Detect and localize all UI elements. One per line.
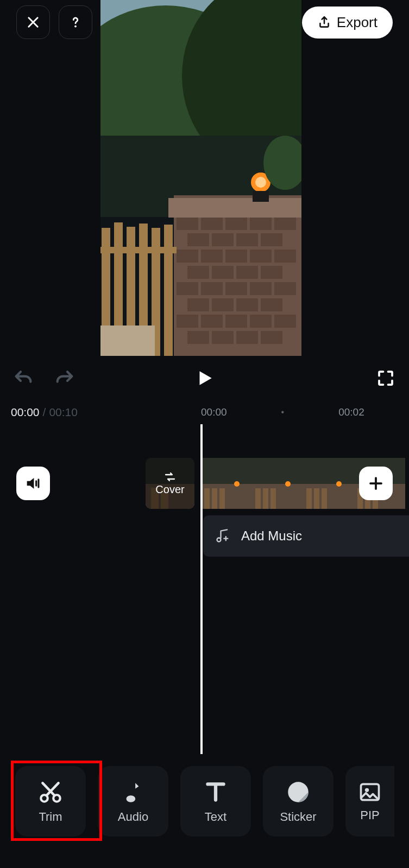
mute-button[interactable] [16, 467, 50, 500]
svg-rect-25 [201, 282, 223, 295]
svg-point-86 [127, 795, 136, 802]
top-bar: Export [0, 5, 409, 39]
svg-rect-33 [177, 315, 198, 328]
svg-rect-19 [274, 250, 296, 263]
help-button[interactable] [59, 5, 92, 39]
clip-frame [201, 458, 252, 509]
tick-label: 00:00 [201, 406, 227, 418]
svg-rect-41 [261, 331, 282, 344]
svg-rect-15 [177, 250, 198, 263]
svg-rect-64 [219, 488, 225, 509]
svg-rect-75 [314, 488, 319, 509]
svg-rect-50 [100, 326, 155, 356]
svg-rect-31 [236, 298, 258, 311]
tool-pip[interactable]: PIP [345, 766, 394, 837]
svg-rect-42 [168, 198, 301, 218]
redo-button[interactable] [52, 366, 77, 391]
svg-point-71 [285, 481, 291, 487]
tool-text[interactable]: Text [180, 766, 251, 837]
tool-sticker[interactable]: Sticker [263, 766, 334, 837]
time-total: 00:10 [49, 406, 78, 419]
image-icon [358, 780, 382, 804]
bottom-toolbar: Trim Audio Text Sticker PIP [15, 766, 409, 837]
svg-rect-38 [187, 331, 209, 344]
add-clip-button[interactable] [359, 467, 393, 500]
add-music-button[interactable]: Add Music [203, 515, 409, 557]
play-button[interactable] [194, 368, 215, 388]
playhead[interactable] [200, 424, 203, 754]
svg-point-65 [234, 481, 240, 487]
svg-rect-27 [250, 282, 272, 295]
svg-rect-34 [201, 315, 223, 328]
clip-frame [252, 458, 303, 509]
svg-rect-28 [274, 282, 296, 295]
plus-icon [368, 475, 384, 492]
tick-dot: • [281, 407, 285, 417]
svg-rect-8 [225, 217, 247, 230]
sticker-icon [285, 778, 312, 806]
music-add-icon [215, 528, 230, 544]
swap-icon [163, 471, 177, 482]
tool-audio[interactable]: Audio [98, 766, 168, 837]
fullscreen-icon [376, 368, 395, 388]
svg-rect-39 [212, 331, 234, 344]
export-label: Export [337, 14, 377, 31]
svg-rect-53 [253, 191, 269, 202]
svg-rect-69 [263, 488, 268, 509]
svg-rect-76 [322, 488, 327, 509]
svg-rect-18 [250, 250, 272, 263]
undo-icon [12, 368, 34, 388]
video-preview[interactable] [100, 0, 301, 356]
svg-rect-49 [100, 247, 177, 253]
svg-point-77 [336, 481, 342, 487]
svg-rect-11 [187, 233, 209, 246]
svg-rect-23 [261, 266, 282, 279]
time-separator: / [43, 406, 46, 419]
svg-rect-74 [306, 488, 312, 509]
export-icon [317, 15, 331, 29]
tool-label: Text [205, 810, 226, 824]
svg-rect-36 [250, 315, 272, 328]
svg-rect-13 [236, 233, 258, 246]
svg-point-52 [255, 177, 266, 188]
svg-rect-24 [177, 282, 198, 295]
timeline: Cover Add Music [0, 457, 409, 761]
scissors-icon [37, 778, 64, 806]
svg-rect-20 [187, 266, 209, 279]
svg-point-55 [74, 25, 77, 28]
svg-rect-62 [204, 488, 210, 509]
tick-label: 00:02 [338, 406, 364, 418]
svg-rect-22 [236, 266, 258, 279]
tool-trim[interactable]: Trim [15, 766, 86, 837]
tool-label: Audio [118, 810, 148, 824]
play-icon [194, 368, 215, 388]
fullscreen-button[interactable] [373, 366, 398, 391]
svg-rect-68 [255, 488, 261, 509]
svg-rect-40 [236, 331, 258, 344]
music-note-icon [119, 778, 147, 806]
svg-rect-21 [212, 266, 234, 279]
text-icon [202, 778, 229, 806]
svg-rect-29 [187, 298, 209, 311]
svg-rect-10 [274, 217, 296, 230]
svg-rect-30 [212, 298, 234, 311]
tool-label: PIP [360, 808, 379, 822]
export-button[interactable]: Export [302, 7, 393, 39]
svg-point-89 [365, 788, 369, 792]
svg-rect-9 [250, 217, 272, 230]
svg-rect-14 [261, 233, 282, 246]
undo-button[interactable] [11, 366, 36, 391]
speaker-icon [24, 474, 42, 493]
close-button[interactable] [16, 5, 50, 39]
help-icon [67, 14, 84, 30]
svg-rect-35 [225, 315, 247, 328]
preview-placeholder-svg [100, 0, 301, 356]
timeline-ruler: 00:00 • 00:02 • [201, 406, 409, 418]
add-music-label: Add Music [241, 528, 302, 544]
svg-rect-26 [225, 282, 247, 295]
svg-rect-16 [201, 250, 223, 263]
playback-controls [11, 365, 398, 392]
svg-rect-32 [261, 298, 282, 311]
svg-rect-12 [212, 233, 234, 246]
cover-button[interactable]: Cover [146, 458, 194, 509]
